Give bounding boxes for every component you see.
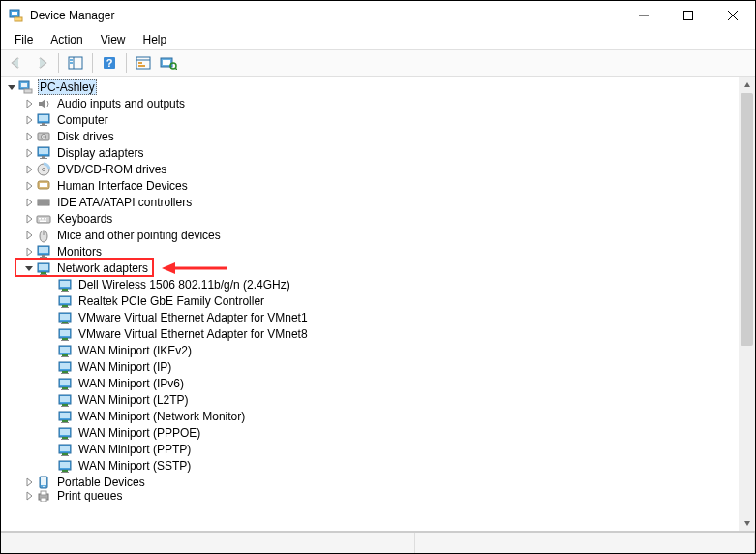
menu-action[interactable]: Action [43, 31, 90, 48]
forward-button[interactable] [30, 52, 53, 74]
nic-icon [57, 326, 73, 342]
tree-row-cat-10-child-3[interactable]: VMware Virtual Ethernet Adapter for VMne… [1, 325, 739, 342]
tree-row-root[interactable]: PC-Ashley [1, 78, 739, 95]
tree-row-cat-10-child-7[interactable]: WAN Miniport (L2TP) [1, 391, 739, 408]
tree-label: Computer [55, 113, 110, 127]
scroll-down-button[interactable] [739, 514, 755, 531]
tree-row-cat-1[interactable]: Computer [1, 111, 739, 128]
tree-row-cat-7[interactable]: Keyboards [1, 210, 739, 227]
svg-rect-59 [62, 289, 68, 291]
tree-row-cat-10-child-4[interactable]: WAN Miniport (IKEv2) [1, 342, 739, 358]
svg-rect-33 [42, 156, 45, 158]
svg-rect-110 [41, 498, 46, 502]
tree-row-cat-0[interactable]: Audio inputs and outputs [1, 95, 739, 111]
window-title: Device Manager [30, 9, 114, 22]
tree-row-cat-4[interactable]: DVD/CD-ROM drives [1, 161, 739, 177]
svg-rect-45 [45, 218, 46, 220]
svg-rect-90 [60, 413, 70, 418]
scroll-up-button[interactable] [739, 77, 755, 93]
menu-help[interactable]: Help [136, 31, 175, 48]
menu-view[interactable]: View [93, 31, 134, 48]
svg-rect-32 [39, 148, 48, 154]
tree-row-cat-6[interactable]: IDE ATA/ATAPI controllers [1, 194, 739, 210]
back-button[interactable] [5, 52, 28, 74]
svg-point-36 [43, 168, 45, 170]
svg-rect-60 [61, 291, 69, 292]
svg-rect-91 [62, 420, 68, 422]
tree-row-cat-5[interactable]: Human Interface Devices [1, 177, 739, 194]
vertical-scrollbar[interactable] [739, 77, 755, 531]
tree-label: VMware Virtual Ethernet Adapter for VMne… [76, 311, 310, 324]
help-button[interactable]: ? [98, 52, 121, 74]
properties-button[interactable] [132, 52, 155, 74]
scroll-thumb[interactable] [741, 93, 753, 346]
tree-row-cat-10-child-5[interactable]: WAN Miniport (IP) [1, 358, 739, 375]
disc-icon [36, 162, 51, 177]
svg-rect-43 [39, 218, 41, 220]
monitor-icon [36, 112, 51, 128]
tree-label: Portable Devices [55, 476, 147, 489]
tree-row-cat-10-child-10[interactable]: WAN Miniport (PPTP) [1, 441, 739, 457]
tree-row-cat-10-child-11[interactable]: WAN Miniport (SSTP) [1, 457, 739, 474]
tree-row-cat-3[interactable]: Display adapters [1, 144, 739, 161]
tree-row-cat-10-child-9[interactable]: WAN Miniport (PPPOE) [1, 424, 739, 441]
tree-row-cat-9[interactable]: Monitors [1, 243, 739, 260]
speaker-icon [36, 96, 51, 111]
svg-marker-113 [744, 82, 750, 87]
tree-row-cat-12[interactable]: Print queues [1, 490, 739, 502]
tree-row-cat-10-child-6[interactable]: WAN Miniport (IPv6) [1, 375, 739, 391]
svg-rect-4 [684, 12, 693, 20]
disk-icon [36, 129, 51, 144]
tree-label: WAN Miniport (IPv6) [76, 377, 186, 390]
content-area: PC-AshleyAudio inputs and outputsCompute… [1, 77, 755, 532]
svg-rect-99 [62, 453, 68, 455]
tree-row-cat-10[interactable]: Network adapters [1, 260, 739, 276]
tree-row-cat-10-child-8[interactable]: WAN Miniport (Network Monitor) [1, 408, 739, 424]
hid-icon [36, 178, 51, 194]
svg-rect-100 [61, 455, 69, 456]
svg-rect-87 [62, 404, 68, 406]
svg-rect-109 [41, 491, 46, 495]
svg-rect-86 [60, 396, 70, 402]
svg-rect-39 [38, 200, 49, 205]
svg-rect-62 [60, 297, 70, 303]
svg-rect-9 [70, 59, 73, 61]
menubar: File Action View Help [1, 30, 755, 49]
tree-row-cat-8[interactable]: Mice and other pointing devices [1, 227, 739, 243]
nic-icon [57, 359, 73, 375]
status-cell [1, 533, 415, 553]
statusbar [1, 532, 755, 553]
toolbar-separator [92, 53, 93, 73]
close-button[interactable] [711, 1, 755, 30]
svg-rect-79 [62, 371, 68, 373]
nic-icon [57, 392, 73, 408]
svg-rect-46 [40, 220, 46, 222]
tree-row-cat-10-child-1[interactable]: Realtek PCIe GbE Family Controller [1, 292, 739, 309]
tree-label: WAN Miniport (L2TP) [76, 393, 191, 407]
menu-file[interactable]: File [7, 31, 41, 48]
tree-row-cat-11[interactable]: Portable Devices [1, 474, 739, 490]
scan-hardware-button[interactable] [157, 52, 180, 74]
mouse-icon [36, 228, 51, 243]
nic-icon [57, 409, 73, 424]
svg-rect-78 [60, 363, 70, 369]
tree-row-cat-10-child-2[interactable]: VMware Virtual Ethernet Adapter for VMne… [1, 309, 739, 325]
tree-label: WAN Miniport (IKEv2) [76, 344, 194, 357]
tree-label: Dell Wireless 1506 802.11b/g/n (2.4GHz) [76, 278, 292, 292]
tree-label: Disk drives [55, 130, 116, 143]
scroll-track[interactable] [739, 93, 755, 514]
show-hide-tree-button[interactable] [64, 52, 87, 74]
tree-label: WAN Miniport (Network Monitor) [76, 410, 247, 423]
maximize-button[interactable] [666, 1, 711, 30]
svg-rect-51 [42, 255, 45, 257]
svg-rect-71 [62, 338, 68, 340]
device-tree[interactable]: PC-AshleyAudio inputs and outputsCompute… [1, 77, 739, 531]
tree-row-cat-10-child-0[interactable]: Dell Wireless 1506 802.11b/g/n (2.4GHz) [1, 276, 739, 292]
svg-rect-102 [60, 462, 70, 468]
svg-rect-26 [42, 123, 45, 125]
svg-rect-38 [40, 183, 47, 187]
nic-icon [57, 293, 73, 309]
svg-rect-55 [41, 272, 46, 274]
minimize-button[interactable] [621, 1, 666, 30]
tree-row-cat-2[interactable]: Disk drives [1, 128, 739, 144]
